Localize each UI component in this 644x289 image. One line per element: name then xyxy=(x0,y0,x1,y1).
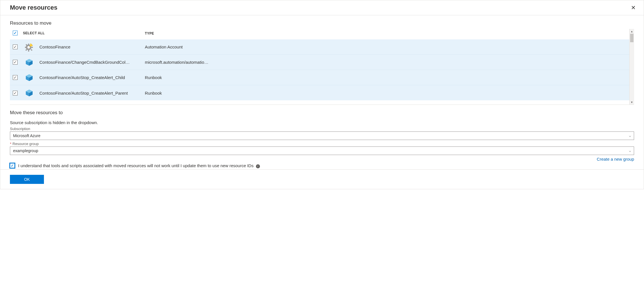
chevron-down-icon: ⌵ xyxy=(629,134,631,138)
scroll-track[interactable] xyxy=(630,34,634,100)
close-button[interactable]: ✕ xyxy=(629,3,638,12)
cube-icon xyxy=(23,73,35,82)
row-checkbox[interactable] xyxy=(13,75,18,80)
resource-type: microsoft.automation/automatio… xyxy=(145,60,208,65)
destination-hint: Source subscription is hidden in the dro… xyxy=(10,120,634,125)
cube-icon xyxy=(23,58,35,67)
panel-footer: OK xyxy=(0,169,644,189)
column-select-all[interactable]: SELECT ALL xyxy=(23,31,45,35)
resource-group-value: examplegroup xyxy=(13,148,38,153)
table-row[interactable]: ContosoFinance/ChangeCmdBackGroundCol…mi… xyxy=(10,55,629,70)
acknowledge-text: I understand that tools and scripts asso… xyxy=(18,163,260,168)
row-checkbox[interactable] xyxy=(13,60,18,65)
svg-rect-5 xyxy=(31,47,33,48)
resource-type: Runbook xyxy=(145,91,162,95)
table-row[interactable]: ContosoFinance/AutoStop_CreateAlert_Pare… xyxy=(10,85,629,100)
chevron-down-icon: ⌵ xyxy=(629,149,631,153)
resource-name: ContosoFinance/ChangeCmdBackGroundCol… xyxy=(39,60,130,65)
subscription-select[interactable]: Microsoft Azure ⌵ xyxy=(10,131,634,140)
row-checkbox[interactable] xyxy=(13,91,18,95)
svg-rect-2 xyxy=(28,44,29,45)
gear-icon xyxy=(23,42,35,52)
select-all-checkbox[interactable] xyxy=(13,31,18,35)
panel-header: Move resources ✕ xyxy=(0,0,644,15)
resource-type: Automation Account xyxy=(145,44,183,49)
scroll-down-icon[interactable]: ▼ xyxy=(630,100,634,105)
resource-name: ContosoFinance/AutoStop_CreateAlert_Chil… xyxy=(39,75,125,80)
row-checkbox[interactable] xyxy=(13,44,18,49)
resource-type: Runbook xyxy=(145,75,162,80)
svg-rect-7 xyxy=(31,49,32,51)
resource-group-select[interactable]: examplegroup ⌵ xyxy=(10,146,634,155)
resources-heading: Resources to move xyxy=(10,20,634,26)
svg-rect-4 xyxy=(25,47,26,48)
acknowledge-row: I understand that tools and scripts asso… xyxy=(10,163,634,168)
panel-title: Move resources xyxy=(10,4,58,11)
info-icon[interactable]: i xyxy=(256,164,260,168)
cube-icon xyxy=(23,89,35,97)
resource-table: SELECT ALL TYPE ContosoFinanceAutomation… xyxy=(10,29,634,105)
table-row[interactable]: ContosoFinanceAutomation Account xyxy=(10,39,629,55)
required-asterisk: * xyxy=(10,142,11,146)
svg-rect-3 xyxy=(28,50,29,52)
create-new-group-link[interactable]: Create a new group xyxy=(597,157,634,162)
column-type[interactable]: TYPE xyxy=(145,31,154,35)
scroll-up-icon[interactable]: ▲ xyxy=(630,29,634,34)
subscription-label: Subscription xyxy=(10,127,634,131)
subscription-value: Microsoft Azure xyxy=(13,133,40,138)
acknowledge-checkbox[interactable] xyxy=(10,163,15,168)
table-row[interactable]: ContosoFinance/AutoStop_CreateAlert_Chil… xyxy=(10,70,629,85)
scrollbar[interactable]: ▲ ▼ xyxy=(629,29,634,105)
table-body: ContosoFinanceAutomation AccountContosoF… xyxy=(10,39,634,100)
ok-button[interactable]: OK xyxy=(10,175,44,184)
close-icon: ✕ xyxy=(631,5,636,11)
scroll-thumb[interactable] xyxy=(630,34,634,42)
resource-name: ContosoFinance/AutoStop_CreateAlert_Pare… xyxy=(39,91,128,95)
svg-marker-10 xyxy=(29,43,33,47)
destination-heading: Move these resources to xyxy=(10,110,634,116)
panel-body: Resources to move SELECT ALL TYPE Contos… xyxy=(0,15,644,169)
resource-group-label: *Resource group xyxy=(10,142,634,146)
table-header: SELECT ALL TYPE xyxy=(10,29,634,39)
resource-name: ContosoFinance xyxy=(39,44,70,49)
move-resources-panel: Move resources ✕ Resources to move SELEC… xyxy=(0,0,644,189)
